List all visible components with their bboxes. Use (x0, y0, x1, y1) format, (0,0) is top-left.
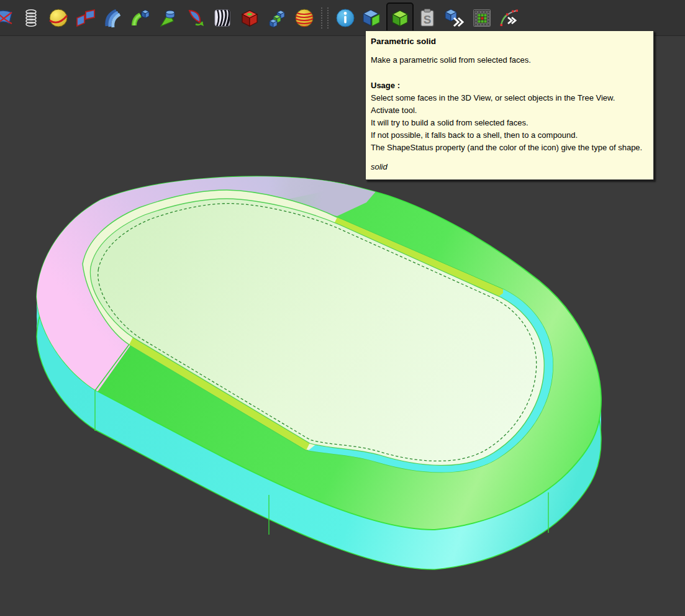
red-cube-icon (239, 7, 260, 29)
tooltip-parametric-solid: Parametric solid Make a parametric solid… (365, 30, 654, 180)
cube-chevrons-icon (444, 7, 465, 29)
tooltip-status: solid (371, 161, 648, 173)
profile-boxes-icon (75, 7, 96, 29)
toolbar-button-solid-cube-red[interactable] (236, 2, 263, 34)
toolbar-button-isocurves[interactable] (291, 2, 318, 34)
toolbar-button-lattice[interactable] (468, 2, 496, 34)
sphere-curve-icon (48, 7, 69, 29)
tooltip-usage-line: If not possible, it falls back to a shel… (371, 129, 648, 142)
toolbar-button-profile-boxes[interactable] (72, 2, 99, 34)
extract-face-icon (362, 7, 383, 29)
app-window: S (0, 0, 685, 616)
curve-points-icon (499, 7, 520, 29)
tooltip-usage-line: Select some faces in the 3D View, or sel… (371, 92, 648, 104)
toolbar-button-reflect-lines[interactable] (181, 2, 209, 34)
toolbar-button-propagate[interactable] (441, 2, 468, 34)
lattice-grid-icon (471, 7, 492, 29)
rotation-sweep-icon (157, 7, 178, 29)
tooltip-description: Make a parametric solid from selected fa… (371, 54, 648, 66)
toolbar-button-spring[interactable] (17, 2, 45, 34)
toolbar-button-extract-face[interactable] (359, 2, 386, 34)
toolbar-button-sketch-on-surface[interactable] (0, 2, 17, 34)
toolbar-separator (321, 7, 329, 29)
toolbar-button-blend-surfaces[interactable] (99, 2, 127, 34)
parametric-solid-icon (389, 7, 411, 29)
toolbar-button-shape-info[interactable] (332, 2, 359, 34)
zebra-analysis-icon (212, 7, 233, 29)
spring-icon (20, 7, 42, 29)
toolbar-button-interpolate-blocks[interactable] (263, 2, 291, 34)
toolbar-button-parametric-solid[interactable] (386, 2, 414, 34)
tooltip-usage-line: The ShapeStatus property (and the color … (371, 142, 648, 154)
tooltip-title: Parametric solid (371, 35, 648, 48)
info-icon (335, 7, 356, 29)
tooltip-usage-line: Activate tool. (371, 104, 648, 117)
pipeshell-icon (130, 7, 151, 29)
sketch-on-surface-icon (0, 7, 14, 29)
svg-text:S: S (424, 13, 432, 26)
clipboard-s-icon: S (417, 7, 438, 29)
toolbar-button-pipeshell[interactable] (127, 2, 154, 34)
toolbar-button-sphere-curve[interactable] (45, 2, 72, 34)
toolbar-button-rotation-sweep[interactable] (154, 2, 181, 34)
parametric-solid-object[interactable] (6, 149, 612, 569)
blocks-icon (266, 7, 288, 29)
tooltip-usage-line: It will try to build a solid from select… (371, 117, 648, 129)
toolbar-button-gordon-profile[interactable] (496, 2, 523, 34)
toolbar-button-paste-svg[interactable]: S (414, 2, 441, 34)
blend-surfaces-icon (102, 7, 124, 29)
reflect-lines-icon (184, 7, 206, 29)
toolbar-button-zebra[interactable] (209, 2, 236, 34)
isocurves-sphere-icon (294, 7, 315, 29)
tooltip-usage-label: Usage : (371, 79, 648, 92)
